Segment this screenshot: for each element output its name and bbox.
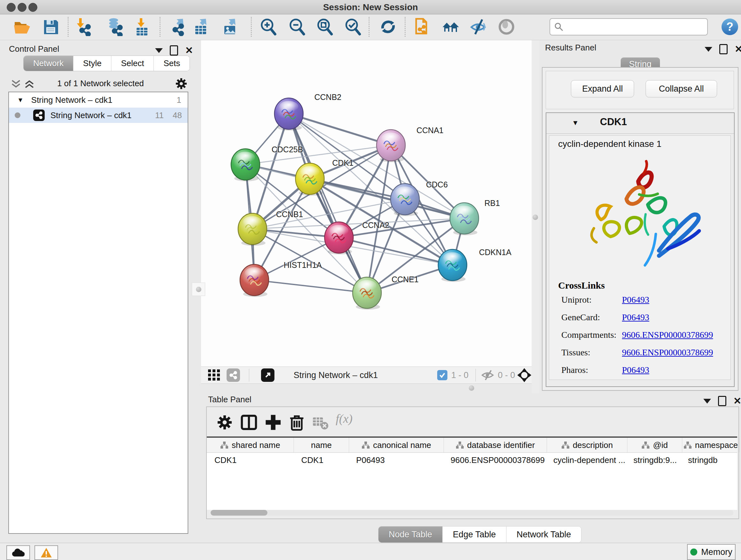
open-session-icon[interactable] bbox=[13, 17, 31, 36]
undock-panel-icon[interactable] bbox=[719, 44, 728, 54]
zoom-out-icon[interactable] bbox=[288, 17, 307, 36]
column-header-canonical-name[interactable]: canonical name bbox=[349, 438, 444, 452]
open-in-new-window-icon[interactable] bbox=[261, 368, 274, 382]
node-CCNB1[interactable] bbox=[238, 213, 267, 246]
column-header-name[interactable]: name bbox=[294, 438, 349, 452]
left-splitter-handle[interactable] bbox=[192, 283, 205, 296]
node-RB1[interactable] bbox=[450, 203, 479, 235]
crosslink-row: Compartments:9606.ENSP00000378699 bbox=[549, 330, 731, 348]
close-panel-icon[interactable]: ✕ bbox=[185, 46, 193, 55]
node-CDKN1A[interactable] bbox=[438, 249, 467, 282]
import-network-database-icon[interactable] bbox=[105, 17, 124, 36]
undock-panel-icon[interactable] bbox=[170, 45, 178, 56]
apply-layout-refresh-icon[interactable] bbox=[379, 17, 397, 36]
import-table-file-icon[interactable] bbox=[133, 17, 151, 36]
memory-button[interactable]: Memory bbox=[687, 544, 736, 560]
help-icon[interactable]: ? bbox=[721, 17, 739, 36]
zoom-in-icon[interactable] bbox=[259, 17, 278, 36]
home-networks-icon[interactable] bbox=[441, 17, 460, 36]
status-bar: Memory bbox=[0, 543, 741, 560]
selected-checkbox-icon[interactable] bbox=[437, 370, 448, 380]
node-HIST1H1A[interactable] bbox=[240, 264, 269, 297]
network-row[interactable]: String Network – cdk1 11 48 bbox=[9, 108, 188, 123]
import-network-file-icon[interactable] bbox=[75, 17, 93, 36]
network-options-gear-icon[interactable] bbox=[175, 77, 188, 90]
save-session-icon[interactable] bbox=[42, 17, 60, 36]
crosslink-link[interactable]: 9606.ENSP00000378699 bbox=[622, 330, 713, 340]
table-cell[interactable]: stringdb bbox=[680, 453, 737, 468]
control-panel-window-buttons: ✕ bbox=[155, 45, 193, 56]
node-CCNA1[interactable] bbox=[377, 130, 405, 162]
crosslink-link[interactable]: P06493 bbox=[622, 312, 650, 322]
table-cell[interactable]: CDK1 bbox=[207, 453, 293, 468]
delete-column-trash-icon[interactable] bbox=[288, 414, 305, 431]
zoom-fit-icon[interactable] bbox=[316, 17, 334, 36]
column-header-namespace[interactable]: namespace bbox=[682, 438, 739, 452]
column-header-description[interactable]: description bbox=[547, 438, 627, 452]
node-CCNE1[interactable] bbox=[353, 277, 381, 310]
table-cell[interactable]: P06493 bbox=[348, 453, 443, 468]
table-cell[interactable]: 9606.ENSP00000378699 bbox=[443, 453, 546, 468]
crosslink-link[interactable]: P06493 bbox=[622, 365, 650, 375]
scrollbar-thumb[interactable] bbox=[211, 510, 267, 516]
collapse-all-networks-icon[interactable] bbox=[11, 79, 21, 89]
export-table-icon[interactable] bbox=[193, 17, 211, 36]
tab-network[interactable]: Network bbox=[23, 56, 73, 71]
tab-edge-table[interactable]: Edge Table bbox=[443, 526, 507, 543]
export-network-icon[interactable] bbox=[170, 17, 188, 36]
column-header-shared-name[interactable]: shared name bbox=[207, 438, 294, 452]
table-cell[interactable]: stringdb:9... bbox=[626, 453, 680, 468]
node-CCNA2[interactable] bbox=[325, 222, 353, 254]
edge-CCNB2-CCNA1[interactable] bbox=[289, 114, 391, 145]
eye-disabled-icon[interactable] bbox=[497, 17, 516, 36]
show-hide-graphics-icon[interactable] bbox=[469, 17, 488, 36]
horizontal-scrollbar[interactable] bbox=[211, 510, 733, 516]
column-header-database-identifier[interactable]: database identifier bbox=[444, 438, 547, 452]
zoom-selected-icon[interactable] bbox=[344, 17, 362, 36]
close-panel-icon[interactable]: ✕ bbox=[733, 397, 741, 405]
create-column-plus-icon[interactable] bbox=[265, 414, 281, 431]
table-cell[interactable]: cyclin-dependent ... bbox=[546, 453, 626, 468]
network-badge-icon[interactable] bbox=[226, 368, 240, 382]
birds-eye-toggle-icon[interactable] bbox=[517, 368, 532, 382]
edge-HIST1H1A-CCNE1[interactable] bbox=[254, 280, 367, 293]
search-icon bbox=[554, 22, 563, 32]
collection-expand-arrow-icon[interactable]: ▼ bbox=[17, 97, 23, 104]
expand-all-button[interactable]: Expand All bbox=[571, 80, 634, 98]
node-CDC25B[interactable] bbox=[231, 149, 260, 181]
float-panel-icon[interactable] bbox=[704, 47, 712, 52]
table-cell[interactable]: CDK1 bbox=[293, 453, 348, 468]
table-row[interactable]: CDK1CDK1P064939606.ENSP00000378699cyclin… bbox=[207, 453, 737, 468]
expand-all-networks-icon[interactable] bbox=[24, 79, 35, 89]
node-result-header[interactable]: ▼ CDK1 bbox=[546, 113, 734, 134]
collapse-all-button[interactable]: Collapse All bbox=[646, 80, 717, 98]
table-options-gear-icon[interactable] bbox=[216, 414, 233, 431]
float-panel-icon[interactable] bbox=[155, 48, 163, 53]
tab-sets[interactable]: Sets bbox=[154, 56, 190, 71]
crosslink-link[interactable]: P06493 bbox=[622, 295, 650, 305]
collapse-entry-arrow-icon[interactable]: ▼ bbox=[572, 119, 579, 127]
tab-node-table[interactable]: Node Table bbox=[379, 526, 443, 543]
horizontal-splitter-handle[interactable] bbox=[469, 385, 474, 391]
right-splitter-handle[interactable] bbox=[533, 214, 538, 220]
tab-network-table[interactable]: Network Table bbox=[507, 526, 582, 543]
network-collection-row[interactable]: ▼ String Network – cdk1 1 bbox=[9, 92, 188, 108]
crosslink-link[interactable]: 9606.ENSP00000378699 bbox=[622, 348, 713, 358]
crosslink-row: GeneCard:P06493 bbox=[549, 312, 731, 330]
show-columns-icon[interactable] bbox=[241, 414, 257, 431]
tab-style[interactable]: Style bbox=[73, 56, 111, 71]
undock-panel-icon[interactable] bbox=[718, 396, 726, 406]
string-network-graph[interactable] bbox=[201, 40, 532, 367]
toolbar-search-input[interactable] bbox=[549, 18, 708, 36]
new-network-from-selection-icon[interactable] bbox=[413, 17, 431, 36]
grid-view-icon[interactable] bbox=[208, 369, 221, 381]
node-label-RB1: RB1 bbox=[484, 199, 500, 208]
warning-status-button[interactable] bbox=[35, 545, 58, 560]
float-panel-icon[interactable] bbox=[703, 399, 711, 403]
close-panel-icon[interactable]: ✕ bbox=[735, 45, 741, 53]
column-header--id[interactable]: @id bbox=[627, 438, 682, 452]
tab-select[interactable]: Select bbox=[111, 56, 154, 71]
cloud-status-button[interactable] bbox=[6, 545, 30, 560]
export-image-icon[interactable] bbox=[222, 17, 240, 36]
network-canvas[interactable]: CCNB2CCNA1CDC25BCDK1CDC6RB1CCNB1CCNA2CDK… bbox=[201, 40, 532, 367]
